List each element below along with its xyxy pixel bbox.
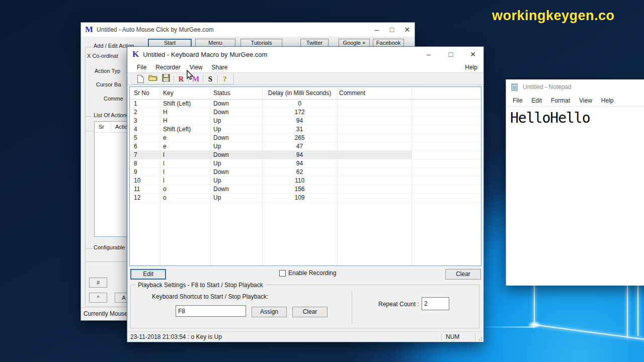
cell-key: Shift (Left)	[160, 100, 210, 108]
notepad-menu-edit[interactable]: Edit	[527, 96, 546, 106]
notepad-app-icon	[511, 83, 519, 91]
notepad-menu-file[interactable]: File	[508, 96, 527, 106]
table-row[interactable]: 5eDown265	[130, 134, 481, 142]
toolbar-separator	[217, 75, 218, 83]
wallpaper-horizon-glow	[480, 326, 535, 328]
cell-sr: 12	[130, 194, 160, 202]
cell-comment	[337, 151, 412, 159]
shortcut-input[interactable]	[176, 305, 246, 317]
table-row[interactable]: 9lDown62	[130, 168, 481, 176]
amc-minimize-icon[interactable]: –	[369, 26, 384, 34]
stop-icon[interactable]: S	[205, 74, 216, 84]
watermark-text: workingkeygen.co	[492, 8, 615, 24]
header-comment[interactable]: Comment	[337, 87, 412, 99]
amc-caret-button[interactable]: ^	[89, 293, 107, 303]
cell-sr: 8	[130, 159, 160, 167]
assign-button[interactable]: Assign	[252, 307, 287, 317]
cell-delay: 31	[262, 125, 337, 133]
menu-help[interactable]: Help	[464, 63, 478, 72]
cell-key: e	[160, 134, 210, 142]
kbm-menubar: File Recorder View Share Help	[127, 62, 484, 73]
kbm-titlebar[interactable]: K Untitled - Keyboard Macro by MurGee.co…	[127, 47, 484, 62]
notepad-menu-help[interactable]: Help	[597, 96, 618, 106]
table-row[interactable]: 10lUp110	[130, 176, 481, 185]
shortcut-label: Keyboard Shortcut to Start / Stop Playba…	[152, 293, 268, 300]
repeat-count-input[interactable]	[422, 297, 449, 310]
kbm-maximize-icon[interactable]: □	[443, 50, 458, 58]
cell-status: Down	[210, 134, 262, 142]
header-delay[interactable]: Delay (in Milli Seconds)	[262, 87, 337, 99]
table-row[interactable]: 7lDown94	[130, 151, 481, 159]
amc-list-group-label: List Of Action(s	[92, 112, 132, 118]
wallpaper-beam	[637, 286, 638, 336]
cell-status: Down	[210, 151, 262, 159]
table-row[interactable]: 8lUp94	[130, 159, 481, 168]
desktop: workingkeygen.co M Untitled - Auto Mouse…	[0, 0, 644, 362]
help-icon[interactable]: ?	[219, 74, 230, 84]
notepad-menu-view[interactable]: View	[575, 96, 597, 106]
menu-view[interactable]: View	[185, 63, 207, 72]
cell-status: Down	[210, 108, 262, 116]
amc-close-icon[interactable]: ✕	[399, 26, 415, 34]
enable-recording-checkbox[interactable]	[279, 270, 286, 277]
amc-app-icon: M	[85, 25, 93, 35]
playback-group-label: Playback Settings - F8 to Start / Stop P…	[136, 282, 265, 289]
menu-share[interactable]: Share	[207, 63, 232, 72]
save-icon[interactable]	[162, 74, 170, 84]
cell-sr: 10	[130, 176, 160, 185]
menu-recorder[interactable]: Recorder	[151, 63, 185, 72]
amc-hash-button[interactable]: #	[89, 278, 107, 288]
mouse-recorder-icon[interactable]: M	[190, 74, 201, 84]
open-file-icon[interactable]	[148, 74, 158, 83]
cell-sr: 9	[130, 168, 160, 176]
cell-comment	[337, 194, 412, 202]
cell-comment	[337, 142, 412, 150]
header-sr-no[interactable]: Sr No	[130, 87, 160, 99]
keyboard-macro-window[interactable]: K Untitled - Keyboard Macro by MurGee.co…	[127, 46, 484, 342]
cell-sr: 6	[130, 142, 160, 150]
menu-file[interactable]: File	[132, 63, 151, 72]
table-row[interactable]: 2HDown172	[130, 108, 481, 117]
header-status[interactable]: Status	[210, 87, 262, 99]
cell-key: o	[160, 185, 210, 193]
table-row[interactable]: 11oDown156	[130, 185, 481, 194]
cell-key: l	[160, 168, 210, 176]
amc-cursor-label: Cursor Ba	[96, 81, 121, 87]
resize-grip[interactable]	[475, 332, 484, 342]
kbm-close-icon[interactable]: ✕	[465, 50, 480, 58]
notepad-menu-format[interactable]: Format	[546, 96, 575, 106]
kbm-toolbar: R M S ?	[127, 73, 484, 85]
cell-status: Up	[210, 176, 262, 185]
playback-settings-group: Playback Settings - F8 to Start / Stop P…	[130, 285, 479, 328]
wallpaper-glow	[528, 321, 541, 328]
notepad-text-area[interactable]: HelloHello	[506, 107, 644, 286]
amc-window-title: Untitled - Auto Mouse Click by MurGee.co…	[97, 26, 369, 33]
status-message: 23-11-2018 21:03:54 : o Key is Up	[127, 333, 441, 340]
wallpaper-beam	[627, 286, 628, 338]
table-row[interactable]: 4Shift (Left)Up31	[130, 125, 481, 134]
edit-button[interactable]: Edit	[130, 269, 166, 280]
macro-table-header[interactable]: Sr No Key Status Delay (in Milli Seconds…	[130, 87, 481, 100]
new-file-icon[interactable]	[137, 75, 144, 83]
notepad-titlebar[interactable]: Untitled - Notepad	[506, 79, 644, 95]
cell-sr: 5	[130, 134, 160, 142]
cell-delay: 109	[262, 194, 337, 202]
cell-key: Shift (Left)	[160, 125, 210, 133]
cell-comment	[337, 100, 412, 108]
header-key[interactable]: Key	[160, 87, 210, 99]
table-row[interactable]: 3HUp94	[130, 117, 481, 125]
amc-maximize-icon[interactable]: □	[384, 26, 399, 34]
clear-shortcut-button[interactable]: Clear	[292, 307, 328, 317]
record-icon[interactable]: R	[176, 74, 187, 84]
macro-table[interactable]: Sr No Key Status Delay (in Milli Seconds…	[129, 86, 481, 266]
clear-button[interactable]: Clear	[445, 269, 481, 280]
notepad-window[interactable]: Untitled - Notepad File Edit Format View…	[506, 79, 644, 286]
cell-comment	[337, 176, 412, 185]
cell-comment	[337, 108, 412, 116]
num-lock-indicator: NUM	[442, 333, 475, 340]
table-row[interactable]: 1Shift (Left)Down0	[130, 100, 481, 108]
kbm-minimize-icon[interactable]: –	[421, 50, 436, 58]
table-row[interactable]: 12oUp109	[130, 194, 481, 202]
table-row[interactable]: 6eUp47	[130, 142, 481, 151]
amc-titlebar[interactable]: M Untitled - Auto Mouse Click by MurGee.…	[81, 23, 415, 37]
